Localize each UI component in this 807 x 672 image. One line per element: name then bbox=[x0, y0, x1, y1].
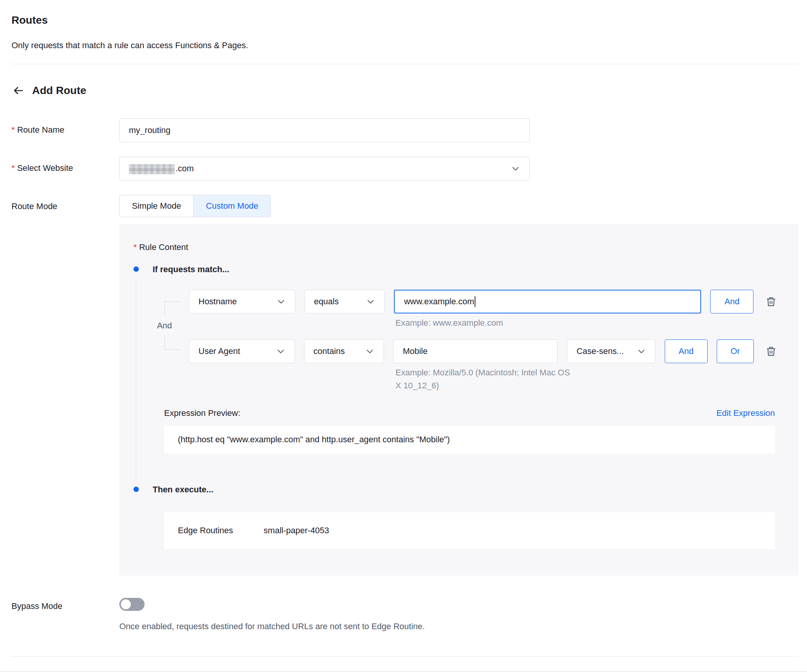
route-mode-label: Route Mode bbox=[12, 195, 120, 212]
route-mode-row: Route Mode Simple Mode Custom Mode bbox=[12, 195, 799, 217]
condition-row-2: User Agent contains Mobile bbox=[189, 339, 779, 363]
add-or-condition-button[interactable]: Or bbox=[717, 339, 754, 363]
chevron-down-icon bbox=[637, 347, 646, 356]
route-name-input[interactable]: my_routing bbox=[120, 119, 530, 142]
back-button[interactable] bbox=[12, 84, 25, 98]
select-website-dropdown[interactable]: .com bbox=[120, 157, 530, 180]
edit-expression-link[interactable]: Edit Expression bbox=[716, 407, 775, 419]
add-route-title: Add Route bbox=[32, 83, 86, 98]
simple-mode-label: Simple Mode bbox=[132, 200, 181, 212]
domain-suffix: .com bbox=[176, 164, 194, 173]
selected-website: .com bbox=[129, 163, 194, 174]
chevron-down-icon bbox=[276, 347, 285, 356]
route-name-value: my_routing bbox=[129, 125, 171, 136]
tab-simple-mode[interactable]: Simple Mode bbox=[120, 195, 193, 217]
value-text: Mobile bbox=[403, 346, 428, 357]
add-route-header: Add Route bbox=[12, 83, 799, 98]
trash-icon bbox=[765, 346, 777, 357]
trash-icon bbox=[765, 296, 777, 307]
bypass-mode-row: Bypass Mode Once enabled, requests desti… bbox=[12, 595, 799, 632]
route-name-row: Route Name my_routing bbox=[12, 119, 799, 142]
form-actions: OK Cancel bbox=[12, 657, 799, 672]
bypass-mode-label: Bypass Mode bbox=[12, 595, 120, 612]
operator-value: contains bbox=[314, 346, 345, 357]
expression-preview-header: Expression Preview: Edit Expression bbox=[164, 407, 775, 419]
case-sensitivity-select[interactable]: Case-sens... bbox=[567, 339, 655, 363]
chevron-down-icon bbox=[365, 347, 374, 356]
select-website-row: Select Website .com bbox=[12, 157, 799, 180]
field-select[interactable]: User Agent bbox=[189, 339, 295, 363]
chevron-down-icon bbox=[511, 164, 520, 173]
route-name-label: Route Name bbox=[12, 119, 120, 136]
rule-panel: Rule Content If requests match... And Ho… bbox=[120, 224, 799, 575]
field-select[interactable]: Hostname bbox=[189, 290, 295, 313]
chevron-down-icon bbox=[366, 297, 375, 306]
field-value: User Agent bbox=[199, 346, 240, 357]
field-value: Hostname bbox=[199, 296, 237, 307]
bypass-mode-helper: Once enabled, requests destined for matc… bbox=[120, 621, 425, 632]
custom-mode-label: Custom Mode bbox=[206, 200, 258, 212]
divider bbox=[12, 64, 799, 64]
rule-flow: If requests match... And Hostname equals bbox=[133, 264, 779, 549]
value-text: www.example.com bbox=[404, 296, 474, 307]
and-connector-label: And bbox=[156, 317, 173, 334]
value-example-helper: Example: Mozilla/5.0 (Macintosh; Intel M… bbox=[395, 366, 571, 392]
page-subtitle: Only requests that match a rule can acce… bbox=[12, 40, 799, 51]
bypass-mode-control: Once enabled, requests destined for matc… bbox=[120, 595, 425, 632]
add-and-condition-button[interactable]: And bbox=[665, 339, 707, 363]
page-title: Routes bbox=[12, 13, 799, 28]
flow-connector-line bbox=[136, 279, 136, 483]
select-website-label: Select Website bbox=[12, 157, 120, 174]
tab-custom-mode[interactable]: Custom Mode bbox=[193, 195, 271, 217]
rule-content-label: Rule Content bbox=[133, 242, 779, 253]
routes-page: Routes Only requests that match a rule c… bbox=[0, 0, 807, 672]
delete-condition-button[interactable] bbox=[763, 339, 779, 363]
execute-type-label: Edge Routines bbox=[178, 525, 233, 536]
case-sensitivity-value: Case-sens... bbox=[576, 346, 624, 357]
value-input[interactable]: Mobile bbox=[393, 339, 558, 363]
add-and-condition-button[interactable]: And bbox=[710, 290, 754, 313]
expression-preview-label: Expression Preview: bbox=[164, 407, 240, 419]
operator-select[interactable]: contains bbox=[304, 339, 384, 363]
chevron-down-icon bbox=[277, 297, 286, 306]
edge-routine-name: small-paper-4053 bbox=[264, 525, 329, 536]
bypass-mode-toggle[interactable] bbox=[120, 598, 144, 611]
step-bullet-icon bbox=[133, 266, 139, 272]
then-execute-heading: Then execute... bbox=[133, 484, 779, 495]
value-input[interactable]: www.example.com bbox=[394, 290, 701, 313]
route-mode-segmented: Simple Mode Custom Mode bbox=[120, 195, 271, 217]
redacted-domain bbox=[129, 164, 175, 174]
arrow-left-icon bbox=[12, 84, 25, 97]
delete-condition-button[interactable] bbox=[763, 290, 779, 313]
operator-value: equals bbox=[314, 296, 339, 307]
expression-preview-box: (http.host eq "www.example.com" and http… bbox=[164, 426, 775, 454]
toggle-knob bbox=[121, 599, 131, 609]
condition-row-1: Hostname equals www.example.com bbox=[189, 290, 779, 313]
expression-text: (http.host eq "www.example.com" and http… bbox=[178, 434, 450, 445]
if-requests-match-heading: If requests match... bbox=[133, 264, 779, 275]
execute-target-box: Edge Routines small-paper-4053 bbox=[164, 512, 775, 549]
text-cursor bbox=[475, 296, 475, 307]
operator-select[interactable]: equals bbox=[304, 290, 385, 313]
step-bullet-icon bbox=[133, 487, 139, 492]
value-example-helper: Example: www.example.com bbox=[395, 316, 779, 329]
condition-rows: And Hostname equals bbox=[189, 290, 779, 392]
